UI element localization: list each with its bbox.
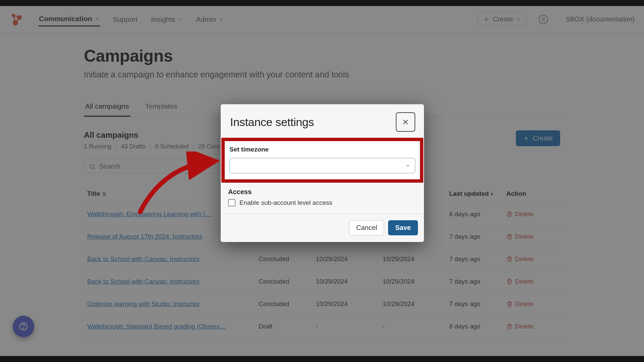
cancel-button[interactable]: Cancel [349,220,384,235]
checkbox-icon[interactable] [228,199,235,206]
timezone-label: Set timezone [229,146,415,153]
access-checkbox-label: Enable sub-account level access [239,199,332,206]
timezone-select[interactable] [229,158,415,173]
stage: Communication Support Insights Admin [0,0,644,362]
access-title: Access [228,188,417,196]
modal-close-button[interactable] [396,112,415,132]
modal-title: Instance settings [230,116,314,129]
access-block: Access Enable sub-account level access [221,183,424,214]
close-icon [402,118,409,126]
access-checkbox-row[interactable]: Enable sub-account level access [228,199,417,206]
instance-settings-modal: Instance settings Set timezone Access En… [221,104,424,242]
timezone-highlight: Set timezone [221,138,423,183]
modal-footer: Cancel Save [221,214,424,242]
save-button[interactable]: Save [388,220,418,235]
modal-header: Instance settings [221,104,424,138]
